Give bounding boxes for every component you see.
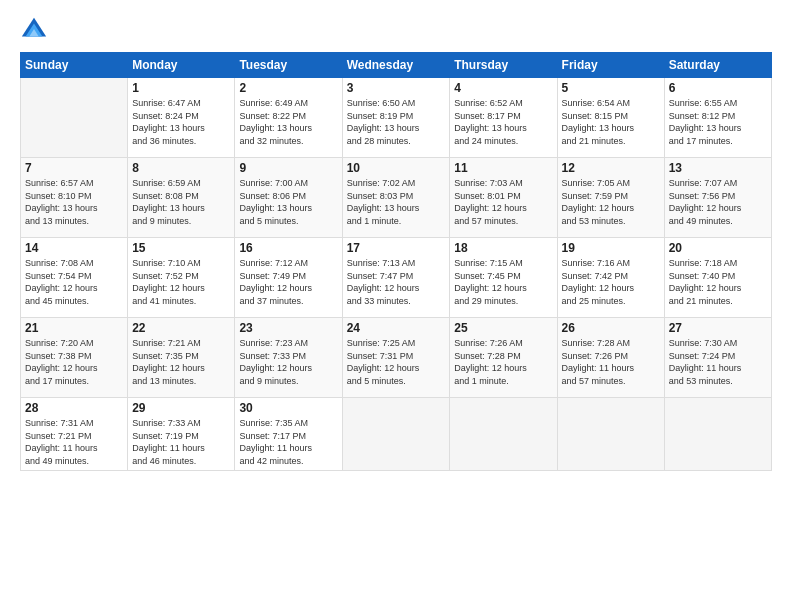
page: SundayMondayTuesdayWednesdayThursdayFrid…	[0, 0, 792, 612]
day-info: Sunrise: 7:31 AM Sunset: 7:21 PM Dayligh…	[25, 417, 123, 467]
header-sunday: Sunday	[21, 53, 128, 78]
table-cell: 21Sunrise: 7:20 AM Sunset: 7:38 PM Dayli…	[21, 318, 128, 398]
day-info: Sunrise: 7:07 AM Sunset: 7:56 PM Dayligh…	[669, 177, 767, 227]
day-number: 15	[132, 241, 230, 255]
day-number: 10	[347, 161, 446, 175]
table-cell: 23Sunrise: 7:23 AM Sunset: 7:33 PM Dayli…	[235, 318, 342, 398]
header-wednesday: Wednesday	[342, 53, 450, 78]
header-row: SundayMondayTuesdayWednesdayThursdayFrid…	[21, 53, 772, 78]
day-number: 7	[25, 161, 123, 175]
table-cell: 19Sunrise: 7:16 AM Sunset: 7:42 PM Dayli…	[557, 238, 664, 318]
table-cell: 13Sunrise: 7:07 AM Sunset: 7:56 PM Dayli…	[664, 158, 771, 238]
day-number: 3	[347, 81, 446, 95]
header-monday: Monday	[128, 53, 235, 78]
table-cell: 27Sunrise: 7:30 AM Sunset: 7:24 PM Dayli…	[664, 318, 771, 398]
day-info: Sunrise: 6:54 AM Sunset: 8:15 PM Dayligh…	[562, 97, 660, 147]
day-number: 8	[132, 161, 230, 175]
day-number: 19	[562, 241, 660, 255]
day-number: 27	[669, 321, 767, 335]
day-number: 16	[239, 241, 337, 255]
header-saturday: Saturday	[664, 53, 771, 78]
week-row-4: 21Sunrise: 7:20 AM Sunset: 7:38 PM Dayli…	[21, 318, 772, 398]
day-number: 24	[347, 321, 446, 335]
day-info: Sunrise: 6:59 AM Sunset: 8:08 PM Dayligh…	[132, 177, 230, 227]
day-info: Sunrise: 7:15 AM Sunset: 7:45 PM Dayligh…	[454, 257, 552, 307]
table-cell: 4Sunrise: 6:52 AM Sunset: 8:17 PM Daylig…	[450, 78, 557, 158]
day-info: Sunrise: 7:33 AM Sunset: 7:19 PM Dayligh…	[132, 417, 230, 467]
day-number: 18	[454, 241, 552, 255]
day-info: Sunrise: 6:52 AM Sunset: 8:17 PM Dayligh…	[454, 97, 552, 147]
day-number: 6	[669, 81, 767, 95]
day-info: Sunrise: 7:16 AM Sunset: 7:42 PM Dayligh…	[562, 257, 660, 307]
day-number: 29	[132, 401, 230, 415]
day-info: Sunrise: 7:23 AM Sunset: 7:33 PM Dayligh…	[239, 337, 337, 387]
header-thursday: Thursday	[450, 53, 557, 78]
day-number: 20	[669, 241, 767, 255]
day-number: 30	[239, 401, 337, 415]
table-cell: 10Sunrise: 7:02 AM Sunset: 8:03 PM Dayli…	[342, 158, 450, 238]
day-info: Sunrise: 6:55 AM Sunset: 8:12 PM Dayligh…	[669, 97, 767, 147]
table-cell: 29Sunrise: 7:33 AM Sunset: 7:19 PM Dayli…	[128, 398, 235, 471]
table-cell	[664, 398, 771, 471]
day-number: 12	[562, 161, 660, 175]
logo	[20, 16, 52, 44]
day-info: Sunrise: 7:03 AM Sunset: 8:01 PM Dayligh…	[454, 177, 552, 227]
day-info: Sunrise: 7:28 AM Sunset: 7:26 PM Dayligh…	[562, 337, 660, 387]
table-cell: 16Sunrise: 7:12 AM Sunset: 7:49 PM Dayli…	[235, 238, 342, 318]
day-number: 17	[347, 241, 446, 255]
header-friday: Friday	[557, 53, 664, 78]
table-cell: 15Sunrise: 7:10 AM Sunset: 7:52 PM Dayli…	[128, 238, 235, 318]
week-row-2: 7Sunrise: 6:57 AM Sunset: 8:10 PM Daylig…	[21, 158, 772, 238]
table-cell: 3Sunrise: 6:50 AM Sunset: 8:19 PM Daylig…	[342, 78, 450, 158]
day-number: 13	[669, 161, 767, 175]
table-cell: 12Sunrise: 7:05 AM Sunset: 7:59 PM Dayli…	[557, 158, 664, 238]
day-number: 14	[25, 241, 123, 255]
day-info: Sunrise: 7:25 AM Sunset: 7:31 PM Dayligh…	[347, 337, 446, 387]
week-row-3: 14Sunrise: 7:08 AM Sunset: 7:54 PM Dayli…	[21, 238, 772, 318]
day-info: Sunrise: 7:05 AM Sunset: 7:59 PM Dayligh…	[562, 177, 660, 227]
day-info: Sunrise: 6:47 AM Sunset: 8:24 PM Dayligh…	[132, 97, 230, 147]
day-info: Sunrise: 7:12 AM Sunset: 7:49 PM Dayligh…	[239, 257, 337, 307]
table-cell	[557, 398, 664, 471]
table-cell: 6Sunrise: 6:55 AM Sunset: 8:12 PM Daylig…	[664, 78, 771, 158]
day-number: 5	[562, 81, 660, 95]
table-cell: 20Sunrise: 7:18 AM Sunset: 7:40 PM Dayli…	[664, 238, 771, 318]
day-info: Sunrise: 7:20 AM Sunset: 7:38 PM Dayligh…	[25, 337, 123, 387]
header	[20, 16, 772, 44]
day-number: 1	[132, 81, 230, 95]
day-info: Sunrise: 6:57 AM Sunset: 8:10 PM Dayligh…	[25, 177, 123, 227]
day-number: 28	[25, 401, 123, 415]
day-number: 22	[132, 321, 230, 335]
day-number: 26	[562, 321, 660, 335]
day-info: Sunrise: 7:10 AM Sunset: 7:52 PM Dayligh…	[132, 257, 230, 307]
table-cell: 17Sunrise: 7:13 AM Sunset: 7:47 PM Dayli…	[342, 238, 450, 318]
day-number: 23	[239, 321, 337, 335]
table-cell: 7Sunrise: 6:57 AM Sunset: 8:10 PM Daylig…	[21, 158, 128, 238]
table-cell: 11Sunrise: 7:03 AM Sunset: 8:01 PM Dayli…	[450, 158, 557, 238]
table-cell: 14Sunrise: 7:08 AM Sunset: 7:54 PM Dayli…	[21, 238, 128, 318]
day-number: 11	[454, 161, 552, 175]
day-number: 2	[239, 81, 337, 95]
day-info: Sunrise: 7:13 AM Sunset: 7:47 PM Dayligh…	[347, 257, 446, 307]
day-info: Sunrise: 7:26 AM Sunset: 7:28 PM Dayligh…	[454, 337, 552, 387]
day-number: 9	[239, 161, 337, 175]
table-cell: 2Sunrise: 6:49 AM Sunset: 8:22 PM Daylig…	[235, 78, 342, 158]
day-info: Sunrise: 6:50 AM Sunset: 8:19 PM Dayligh…	[347, 97, 446, 147]
table-cell: 18Sunrise: 7:15 AM Sunset: 7:45 PM Dayli…	[450, 238, 557, 318]
table-cell: 22Sunrise: 7:21 AM Sunset: 7:35 PM Dayli…	[128, 318, 235, 398]
day-number: 25	[454, 321, 552, 335]
calendar-header: SundayMondayTuesdayWednesdayThursdayFrid…	[21, 53, 772, 78]
logo-icon	[20, 16, 48, 44]
day-info: Sunrise: 7:18 AM Sunset: 7:40 PM Dayligh…	[669, 257, 767, 307]
day-info: Sunrise: 7:35 AM Sunset: 7:17 PM Dayligh…	[239, 417, 337, 467]
week-row-1: 1Sunrise: 6:47 AM Sunset: 8:24 PM Daylig…	[21, 78, 772, 158]
table-cell: 25Sunrise: 7:26 AM Sunset: 7:28 PM Dayli…	[450, 318, 557, 398]
table-cell: 9Sunrise: 7:00 AM Sunset: 8:06 PM Daylig…	[235, 158, 342, 238]
day-info: Sunrise: 7:21 AM Sunset: 7:35 PM Dayligh…	[132, 337, 230, 387]
table-cell: 30Sunrise: 7:35 AM Sunset: 7:17 PM Dayli…	[235, 398, 342, 471]
day-info: Sunrise: 6:49 AM Sunset: 8:22 PM Dayligh…	[239, 97, 337, 147]
table-cell	[21, 78, 128, 158]
calendar-body: 1Sunrise: 6:47 AM Sunset: 8:24 PM Daylig…	[21, 78, 772, 471]
table-cell	[342, 398, 450, 471]
calendar: SundayMondayTuesdayWednesdayThursdayFrid…	[20, 52, 772, 471]
